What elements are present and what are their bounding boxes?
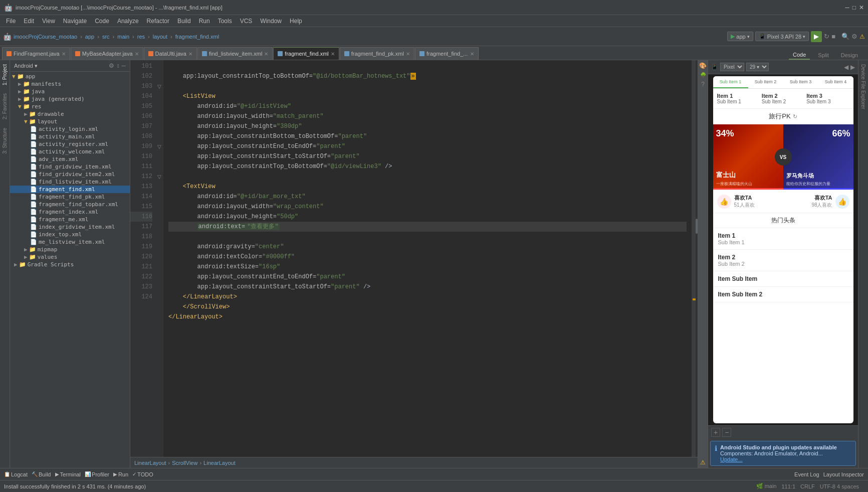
tab-close7[interactable]: ✕ [470,51,474,57]
close-btn[interactable]: ✕ [859,4,864,11]
minimize-btn[interactable]: ─ [845,4,849,11]
tree-item-find-gridview[interactable]: 📄 find_gridview_item.xml [10,163,130,171]
tree-item-fragment-find-topbar[interactable]: 📄 fragment_find_topbar.xml [10,201,130,208]
tree-item-java-gen[interactable]: ▶ 📁 java (generated) [10,95,130,103]
tree-item-values[interactable]: ▶ 📁 values [10,253,130,261]
terminal-btn[interactable]: ▶ Terminal [55,471,81,477]
tree-item-find-gridview2[interactable]: 📄 find_gridview_item2.xml [10,171,130,178]
code-tab-right[interactable]: Code [789,51,810,60]
run-tool-btn[interactable]: ▶ Run [113,471,128,477]
prev-btn[interactable]: ◀ [844,64,848,71]
code-content[interactable]: app:layout_constraintTop_toBottomOf="@id… [163,60,692,457]
tree-item-activity-main[interactable]: 📄 activity_main.xml [10,133,130,140]
tab-fragment-find-pk[interactable]: fragment_find_pk.xml ✕ [340,47,414,60]
tab-mybaseadapter[interactable]: MyBaseAdapter.java ✕ [71,47,143,60]
git-branch[interactable]: 🌿 main [756,483,777,489]
breadcrumb-app[interactable]: app [85,34,94,40]
preview-device-select[interactable]: Pixel [720,63,744,71]
validation-icon[interactable]: ⚠ [700,459,706,466]
menu-navigate[interactable]: Navigate [59,17,91,26]
menu-help[interactable]: Help [286,17,306,26]
menu-build[interactable]: Build [173,17,195,26]
tree-item-fragment-index[interactable]: 📄 fragment_index.xml [10,208,130,216]
profiler-btn[interactable]: 📊 Profiler [85,471,109,477]
logcat-btn[interactable]: 📋 Logcat [4,471,28,477]
menu-file[interactable]: File [2,17,20,26]
build-btn[interactable]: 🔨 Build [32,471,51,477]
like-right-btn[interactable]: 👍 [835,195,849,209]
breadcrumb-res[interactable]: res [137,34,145,40]
tree-item-me-listview[interactable]: 📄 me_listview_item.xml [10,238,130,246]
phone-tab-2[interactable]: Sub Item 2 [748,76,783,88]
breadcrumb-layout[interactable]: layout [153,34,167,40]
tab-close[interactable]: ✕ [62,51,66,57]
sidebar-expand[interactable]: ↕ [116,62,119,69]
tab-close6[interactable]: ✕ [406,51,410,57]
zoom-in-btn[interactable]: + [711,428,720,437]
tree-item-layout[interactable]: ▼ 📁 layout [10,118,130,125]
tree-item-index-top[interactable]: 📄 index_top.xml [10,231,130,238]
tree-item-activity-login[interactable]: 📄 activity_login.xml [10,125,130,133]
sidebar-minimize[interactable]: ─ [121,62,126,69]
app-selector[interactable]: ▶ app ▾ [727,32,753,41]
tab-dataulti[interactable]: DataUlti.java ✕ [144,47,197,60]
structure-side-tab[interactable]: 3: Structure [1,124,9,158]
tree-item-fragment-me[interactable]: 📄 fragment_me.xml [10,216,130,223]
phone-tab-1[interactable]: Sub Item 1 [713,76,748,88]
search-everywhere-btn[interactable]: 🔍 [841,33,849,40]
tree-item-res[interactable]: ▼ 📁 res [10,103,130,110]
code-area[interactable]: 101102103104105 106107108109110 11111211… [130,60,698,457]
layout-inspector-btn[interactable]: Layout Inspector [823,471,864,477]
design-tab-right[interactable]: Design [837,51,862,59]
breadcrumb-project[interactable]: imoocProjCourse_mootao [14,34,77,40]
menu-edit[interactable]: Edit [20,17,38,26]
breadcrumb-main[interactable]: main [117,34,129,40]
device-selector[interactable]: 📱 Pixel 3 API 28 ▾ [755,32,809,41]
tab-close5[interactable]: ✕ [331,51,335,57]
breadcrumb-src[interactable]: src [102,34,110,40]
next-btn[interactable]: ▶ [850,64,855,71]
split-tab-right[interactable]: Split [814,51,832,59]
todo-btn[interactable]: ✓ TODO [132,471,153,477]
phone-tab-3[interactable]: Sub Item 3 [783,76,818,88]
settings-btn[interactable]: ⚙ [851,33,857,40]
run-button[interactable]: ▶ [811,31,822,42]
component-tree-icon[interactable]: 🌳 [700,72,706,78]
android-version-selector[interactable]: Android ▾ [14,63,38,69]
maximize-btn[interactable]: □ [852,4,856,11]
tree-item-java[interactable]: ▶ 📁 java [10,88,130,95]
menu-refactor[interactable]: Refactor [143,17,173,26]
tree-item-gradle[interactable]: ▶ 📁 Gradle Scripts [10,261,130,268]
tree-item-fragment-find[interactable]: 📄 fragment_find.xml [10,186,130,193]
menu-analyze[interactable]: Analyze [113,17,143,26]
tree-item-drawable[interactable]: ▶ 📁 drawable [10,110,130,118]
tree-item-index-gridview[interactable]: 📄 index_gridview_item.xml [10,223,130,231]
menu-window[interactable]: Window [256,17,286,26]
tab-findfragment[interactable]: FindFragment.java ✕ [2,47,70,60]
tree-item-activity-register[interactable]: 📄 activity_register.xml [10,140,130,148]
palette-help[interactable]: ? [701,81,705,88]
tree-item-adv-item[interactable]: 📄 adv_item.xml [10,155,130,163]
breadcrumb-linearlayout2[interactable]: LinearLayout [203,460,236,466]
breadcrumb-linearlayout[interactable]: LinearLayout [134,460,166,466]
like-left-btn[interactable]: 👍 [717,195,731,209]
tree-item-activity-welcome[interactable]: 📄 activity_welcome.xml [10,148,130,155]
tab-fragment-find[interactable]: fragment_find.xml ✕ [273,47,339,60]
tree-item-mipmap[interactable]: ▶ 📁 mipmap [10,246,130,253]
menu-tools[interactable]: Tools [214,17,236,26]
vs-refresh-icon[interactable]: ↻ [793,113,797,120]
menu-code[interactable]: Code [91,17,113,26]
sync-btn[interactable]: ↻ [824,33,829,40]
event-log-btn[interactable]: Event Log [794,471,819,477]
tree-item-fragment-find-pk[interactable]: 📄 fragment_find_pk.xml [10,193,130,201]
menu-vcs[interactable]: VCS [236,17,257,26]
tree-item-find-listview[interactable]: 📄 find_listview_item.xml [10,178,130,186]
breadcrumb-scrollview[interactable]: ScrollView [172,460,197,466]
tab-close2[interactable]: ✕ [135,51,139,57]
menu-run[interactable]: Run [195,17,214,26]
palette-icon[interactable]: 🎨 [699,62,707,69]
preview-api-select[interactable]: 29 ▾ [746,63,769,71]
menu-view[interactable]: View [38,17,59,26]
tab-close4[interactable]: ✕ [264,51,268,57]
tree-item-manifests[interactable]: ▶ 📁 manifests [10,80,130,88]
